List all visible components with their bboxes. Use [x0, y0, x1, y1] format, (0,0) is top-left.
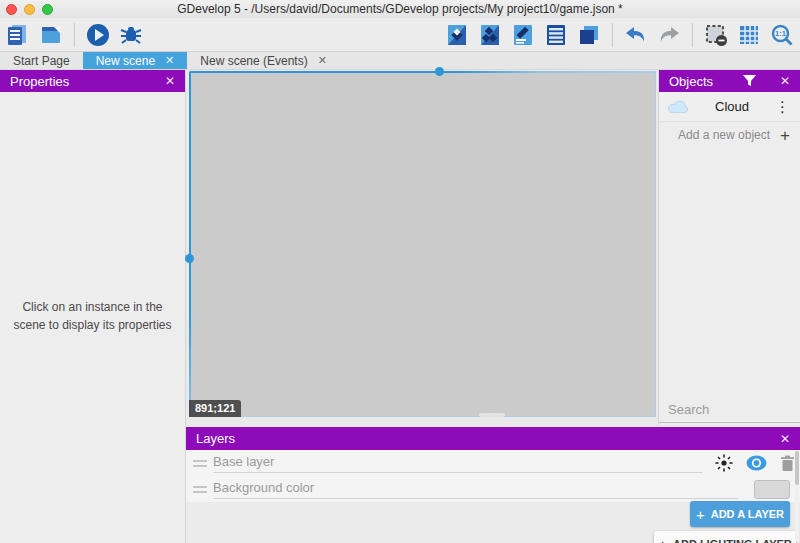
layers-scrollbar[interactable] [795, 451, 799, 541]
gdevelop-window: GDevelop 5 - /Users/david/Documents/GDev… [0, 0, 800, 543]
layers-panel-title: Layers [196, 431, 235, 446]
close-tab-icon[interactable]: ✕ [165, 54, 174, 67]
properties-empty-message: Click on an instance in the scene to dis… [8, 298, 177, 334]
drag-handle-icon[interactable] [193, 483, 207, 496]
layer-row-background-color: Background color [186, 476, 800, 502]
plus-icon: + [780, 127, 790, 144]
search-input[interactable] [668, 402, 800, 417]
selection-handle-top[interactable] [435, 67, 444, 76]
tab-start-page[interactable]: Start Page [0, 52, 83, 69]
title-bar: GDevelop 5 - /Users/david/Documents/GDev… [0, 0, 800, 18]
layers-panel-header: Layers ✕ [186, 427, 800, 450]
project-manager-icon[interactable] [5, 22, 31, 48]
layer-visibility-eye-icon[interactable] [746, 455, 767, 471]
close-icon[interactable]: ✕ [780, 74, 790, 88]
layers-editor-icon[interactable] [576, 22, 602, 48]
toggle-grid-icon[interactable] [736, 22, 762, 48]
selection-handle-left[interactable] [185, 254, 194, 263]
edit-object-groups-icon[interactable] [477, 22, 503, 48]
close-icon[interactable]: ✕ [780, 432, 790, 446]
zoom-original-icon[interactable]: 1:1 [769, 22, 795, 48]
toolbar-separator [612, 23, 613, 47]
cursor-coordinates-badge: 891;121 [189, 400, 241, 417]
add-object-label: Add a new object [678, 128, 770, 142]
toolbar-separator [74, 23, 75, 47]
close-tab-icon[interactable]: ✕ [318, 54, 327, 67]
project-window-icon[interactable] [38, 22, 64, 48]
delete-layer-trash-icon[interactable] [780, 455, 795, 472]
properties-panel: Properties ✕ Click on an instance in the… [0, 70, 186, 543]
objects-panel-title: Objects [669, 74, 713, 89]
plus-icon: + [658, 537, 667, 543]
tab-label: New scene [96, 54, 155, 68]
play-icon[interactable] [85, 22, 111, 48]
properties-panel-title: Properties [10, 74, 69, 89]
object-name: Cloud [691, 99, 773, 114]
toolbar-separator [692, 23, 693, 47]
tab-label: New scene (Events) [200, 54, 307, 68]
cloud-object-icon [667, 100, 691, 114]
objects-search-bar [659, 397, 800, 423]
drag-handle-icon[interactable] [193, 457, 207, 470]
add-new-object-button[interactable]: Add a new object + [659, 122, 800, 148]
instances-list-icon[interactable] [543, 22, 569, 48]
object-menu-icon[interactable]: ⋮ [773, 99, 792, 114]
selection-border-left [189, 72, 191, 416]
objects-panel-header: Objects ✕ [659, 70, 800, 92]
scene-canvas[interactable]: 891;121 [189, 71, 656, 417]
tab-new-scene-events[interactable]: New scene (Events) ✕ [187, 52, 340, 69]
filter-icon[interactable] [743, 75, 756, 87]
canvas-horizontal-scrollbar[interactable] [479, 413, 505, 417]
edit-objects-icon[interactable] [444, 22, 470, 48]
close-icon[interactable]: ✕ [165, 74, 175, 88]
add-lighting-layer-label: ADD LIGHTING LAYER [673, 538, 792, 543]
layers-panel: Layers ✕ Base layer [186, 427, 800, 543]
debug-icon[interactable] [118, 22, 144, 48]
layers-scrollbar-thumb[interactable] [795, 451, 799, 485]
background-color-swatch[interactable] [754, 480, 790, 499]
redo-icon[interactable] [656, 22, 682, 48]
objects-panel: Objects ✕ Cloud ⋮ Add a new object + [658, 70, 800, 425]
object-list-item-cloud[interactable]: Cloud ⋮ [659, 92, 800, 122]
svg-text:1:1: 1:1 [775, 29, 786, 38]
edit-scene-properties-icon[interactable] [510, 22, 536, 48]
tab-bar: Start Page New scene ✕ New scene (Events… [0, 52, 800, 70]
tab-label: Start Page [13, 54, 70, 68]
main-toolbar: 1:1 [0, 18, 800, 52]
selection-border-top [190, 71, 655, 73]
properties-panel-header: Properties ✕ [0, 70, 185, 92]
window-title: GDevelop 5 - /Users/david/Documents/GDev… [0, 2, 800, 16]
layer-name-field[interactable]: Base layer [213, 454, 703, 473]
tab-new-scene[interactable]: New scene ✕ [83, 52, 188, 69]
add-lighting-layer-button[interactable]: + ADD LIGHTING LAYER [654, 531, 796, 543]
add-layer-label: ADD A LAYER [711, 508, 784, 520]
layer-name-field[interactable]: Background color [213, 480, 738, 499]
undo-icon[interactable] [623, 22, 649, 48]
layer-effects-icon[interactable] [715, 454, 733, 472]
add-layer-button[interactable]: + ADD A LAYER [690, 501, 790, 527]
plus-icon: + [696, 507, 705, 522]
toggle-mask-icon[interactable] [703, 22, 729, 48]
layer-row-base: Base layer [186, 450, 800, 476]
